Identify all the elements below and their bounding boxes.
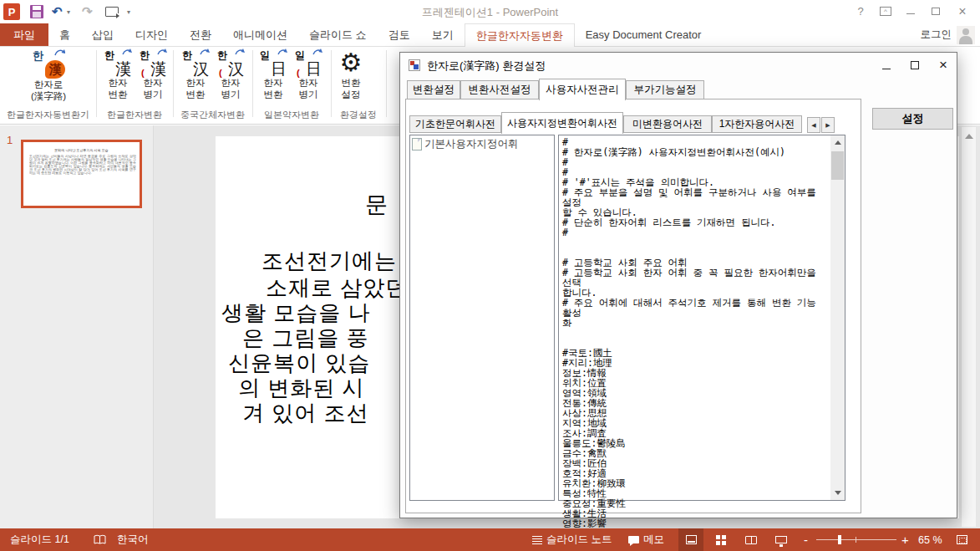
dialog-tab-dictionary-settings[interactable]: 변환사전설정 (460, 80, 539, 99)
dialog-tab-user-dictionary[interactable]: 사용자사전관리 (539, 79, 626, 100)
japanese-convert-icon: 일 日 (259, 48, 287, 77)
fit-to-window-button[interactable] (949, 528, 974, 551)
simplified-annotate-button[interactable]: 한 ( 汉 한자 병기 (214, 48, 247, 107)
tab-home[interactable]: 홈 (48, 23, 81, 46)
tab-animations[interactable]: 애니메이션 (222, 23, 298, 46)
dictionary-editor[interactable]: # # 한자로(漢字路) 사용자지정변환어휘사전(예시) # # # '#'표시… (558, 135, 845, 501)
hanjaro-launcher-button[interactable]: 한 漢 한자로 (漢字路) (8, 48, 89, 107)
document-icon (412, 138, 422, 151)
hanja-convert-button[interactable]: 한 漢 한자 변환 (101, 48, 135, 107)
slide-indicator[interactable]: 슬라이드 1/1 (10, 528, 69, 551)
minimize-icon (906, 13, 915, 14)
help-button[interactable]: ? (850, 3, 871, 20)
slide-thumbnail-pane: 1 문화에 나타난 조선후기의 사회 모습 조선전기에는 선비들의 사상이나 자… (0, 125, 154, 528)
tab-easy-document-creator[interactable]: Easy Document Creator (575, 23, 713, 46)
simplified-convert-button[interactable]: 한 汉 한자 변환 (179, 48, 212, 107)
tab-view[interactable]: 보기 (421, 23, 465, 46)
ribbon-tab-bar: 파일 홈 삽입 디자인 전환 애니메이션 슬라이드 쇼 검토 보기 한글한자자동… (0, 23, 980, 47)
slide-thumbnail[interactable]: 문화에 나타난 조선후기의 사회 모습 조선전기에는 선비들의 사상이나 자연 … (21, 140, 142, 208)
notes-button[interactable]: 슬라이드 노트 (532, 528, 612, 551)
dictionary-list[interactable]: 기본사용자지정어휘 (409, 135, 555, 501)
slide-number: 1 (7, 134, 13, 146)
group-label-hanjaro: 한글한자자동변환기 (0, 109, 96, 121)
dialog-maximize-icon (911, 61, 919, 69)
user-dictionary-tab-page: 기초한문어휘사전 사용자지정변환어휘사전 미변환용어사전 1자한자용어사전 ◀ … (405, 99, 861, 513)
dict-tabs-scroll-right-button[interactable]: ▶ (821, 117, 835, 133)
tab-file[interactable]: 파일 (0, 23, 48, 46)
slideshow-view-button[interactable] (769, 528, 794, 551)
spellcheck-button[interactable] (94, 528, 106, 551)
list-item[interactable]: 기본사용자지정어휘 (410, 135, 554, 153)
scroll-up-icon[interactable] (965, 134, 973, 139)
ribbon-display-options-button[interactable]: ^ (875, 3, 896, 20)
settings-button[interactable]: 설정 (872, 108, 953, 130)
language-indicator[interactable]: 한국어 (117, 528, 149, 551)
dialog-title: 한자로(漢字路) 환경설정 (427, 59, 546, 74)
dialog-title-bar[interactable]: 한자로(漢字路) 환경설정 × (400, 53, 957, 78)
zoom-in-button[interactable]: + (901, 528, 909, 551)
hanjaro-settings-dialog: 한자로(漢字路) 환경설정 × 변환설정 변환사전설정 사용자사전관리 부가기능… (399, 52, 957, 518)
avatar[interactable] (957, 26, 975, 44)
conversion-settings-button[interactable]: ⚙ 변환 설정 (334, 48, 368, 107)
zoom-out-button[interactable]: - (804, 528, 808, 551)
arrow-right-icon: ▶ (825, 122, 830, 129)
notes-icon (532, 536, 542, 544)
tab-transitions[interactable]: 전환 (179, 23, 222, 46)
zoom-level[interactable]: 65 % (918, 528, 942, 551)
group-label-settings: 환경설정 (331, 109, 386, 121)
comment-icon (628, 536, 639, 543)
slide-body-line: 겨 있어 조선 (242, 399, 368, 428)
scrollbar-thumb[interactable] (831, 151, 844, 180)
avatar-icon (962, 28, 969, 35)
canvas-scrollbar[interactable] (961, 127, 976, 527)
arrow-left-icon: ◀ (811, 122, 815, 129)
dict-tabs-scroll-left-button[interactable]: ◀ (807, 117, 820, 133)
editor-scrollbar[interactable] (830, 135, 845, 500)
japanese-annotate-button[interactable]: 일 ( 日 한자 병기 (292, 48, 325, 107)
comments-button[interactable]: 메모 (628, 528, 664, 551)
slide-body-line: 조선전기에는 (262, 247, 397, 276)
dialog-minimize-button[interactable] (873, 54, 900, 77)
dialog-tab-convert-settings[interactable]: 변환설정 (407, 80, 460, 99)
dict-tab-unconverted[interactable]: 미변환용어사전 (623, 115, 712, 133)
tab-review[interactable]: 검토 (378, 23, 421, 46)
zoom-slider[interactable] (816, 539, 896, 540)
tab-insert[interactable]: 삽입 (81, 23, 124, 46)
ribbon-display-icon: ^ (880, 7, 891, 16)
login-button[interactable]: 로그인 (921, 28, 952, 42)
close-button[interactable]: × (952, 3, 973, 20)
zoom-slider-thumb[interactable] (838, 535, 841, 544)
japanese-convert-button[interactable]: 일 日 한자 변환 (256, 48, 290, 107)
reading-view-button[interactable] (739, 528, 764, 551)
dialog-app-icon (409, 59, 420, 71)
group-label-simplified: 중국간체자변환 (173, 109, 252, 121)
group-label-hangul-hanja: 한글한자변환 (96, 109, 173, 121)
minimize-button[interactable] (900, 3, 922, 20)
dictionary-editor-text[interactable]: # # 한자로(漢字路) 사용자지정변환어휘사전(예시) # # # '#'표시… (562, 137, 828, 528)
tab-slideshow[interactable]: 슬라이드 쇼 (298, 23, 378, 46)
proofing-book-icon (94, 534, 106, 545)
scroll-down-icon[interactable] (830, 486, 845, 500)
grid-view-icon (716, 535, 726, 545)
dialog-close-icon: × (939, 57, 947, 74)
dialog-maximize-button[interactable] (901, 54, 928, 77)
slideshow-view-icon (775, 536, 787, 543)
slide-sorter-view-button[interactable] (708, 528, 734, 551)
normal-view-button[interactable] (678, 528, 703, 551)
hanja-annotate-icon: 한 ( 漢 (139, 48, 167, 77)
dict-tab-basic-hanmun[interactable]: 기초한문어휘사전 (409, 115, 501, 133)
zoom-slider-notch (856, 537, 856, 543)
reading-view-icon (745, 536, 757, 544)
tab-design[interactable]: 디자인 (124, 23, 179, 46)
dict-tab-user-defined[interactable]: 사용자지정변환어휘사전 (501, 112, 623, 134)
maximize-button[interactable] (925, 3, 947, 20)
scroll-up-icon[interactable] (830, 135, 845, 150)
dialog-close-button[interactable]: × (930, 54, 957, 77)
window-title: 프레젠테이션1 - PowerPoint (0, 5, 980, 20)
dialog-tab-extra-features[interactable]: 부가기능설정 (626, 80, 704, 99)
dict-tab-single-char[interactable]: 1자한자용어사전 (712, 115, 802, 133)
tab-hanja-auto-convert[interactable]: 한글한자자동변환 (465, 23, 575, 47)
list-item-label: 기본사용자지정어휘 (424, 137, 519, 151)
title-bar: P ↶ ▾ ↷ ▾ 프레젠테이션1 - PowerPoint ? ^ × (0, 0, 980, 23)
hanja-annotate-button[interactable]: 한 ( 漢 한자 병기 (136, 48, 170, 107)
